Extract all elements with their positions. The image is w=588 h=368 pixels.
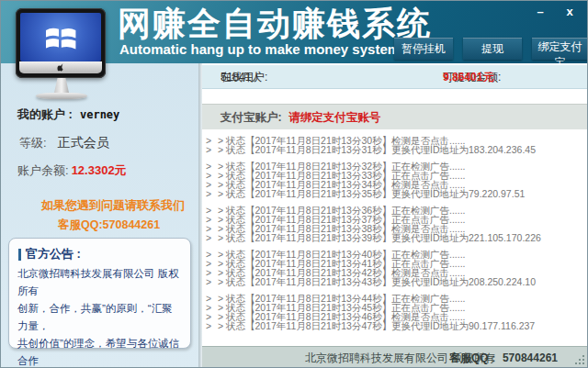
log-list: > >状态【2017年11月8日21时13分30秒】检测是否点击......> … (202, 136, 588, 330)
account-label: 我的账户 : (17, 107, 73, 121)
official-notice-panel: 官方公告 : 北京微招聘科技发展有限公司 版权所有 创新，合作，共赢”的原则，“… (8, 238, 191, 349)
log-row: > >状态【2017年11月8日21时13分43秒】更换代理ID地址为208.2… (202, 277, 588, 286)
level-value: 正式会员 (58, 135, 109, 150)
withdrawable-value: 9.86401元 (443, 65, 493, 89)
app-title: 网赚全自动赚钱系统 (118, 2, 432, 47)
withdraw-button[interactable]: 提现 (463, 38, 522, 60)
balance-value: 12.3302元 (72, 163, 127, 177)
log-row: > >状态【2017年11月8日21时13分39秒】更换代理ID地址为221.1… (202, 233, 588, 242)
minimize-button[interactable]: – (530, 4, 550, 20)
app-window: 网赚全自动赚钱系统 Automatic hang up to make mone… (0, 0, 588, 368)
notice-body: 北京微招聘科技发展有限公司 版权所有 创新，合作，共赢”的原则，“汇聚力量， 共… (9, 265, 190, 368)
apple-logo-icon (19, 61, 102, 73)
imac-stand (54, 78, 69, 93)
level-row: 等级:正式会员 (19, 135, 109, 151)
footer-bar: 北京微招聘科技发展有限公司 版权所有 客服QQ： 570844261 (202, 346, 588, 368)
account-username: verney (80, 108, 119, 121)
alipay-account-label: 支付宝账户: (220, 111, 282, 124)
imac-frame (16, 8, 106, 78)
log-row: > >状态【2017年11月8日21时13分47秒】更换代理ID地址为90.17… (202, 321, 588, 330)
bind-alipay-button[interactable]: 绑定支付宝 (532, 38, 588, 60)
service-qq: 客服QQ:570844261 (58, 217, 160, 233)
footer-service-qq: 客服QQ： 570844261 (449, 347, 558, 368)
imac-base (36, 93, 87, 99)
notice-title-text: 官方公告 : (26, 246, 81, 262)
app-subtitle: Automatic hang up to make money system (119, 41, 400, 57)
log-row: > >状态【2017年11月8日21时13分31秒】更换代理ID地址为183.2… (202, 145, 588, 154)
stats-bar: 在线用户:51841人 可提现金额: 9.86401元 (202, 65, 588, 89)
alipay-bind-link[interactable]: 请绑定支付宝账号 (288, 111, 380, 124)
resize-grip[interactable] (575, 355, 584, 364)
level-label: 等级: (19, 136, 47, 150)
windows-logo-icon (20, 13, 101, 61)
balance-row: 账户余额:12.3302元 (17, 162, 127, 179)
online-users-value: 51841人 (220, 65, 262, 89)
balance-label: 账户余额: (17, 163, 69, 177)
contact-message: 如果您遇到问题请联系我们 (41, 197, 185, 214)
account-row: 我的账户 :verney (17, 106, 119, 123)
notice-title-accent (18, 249, 21, 261)
log-row: > >状态【2017年11月8日21时13分35秒】更换代理ID地址为79.22… (202, 189, 588, 198)
sidebar: 我的账户 :verney 等级:正式会员 账户余额:12.3302元 如果您遇到… (1, 63, 198, 368)
close-button[interactable]: x (560, 4, 580, 20)
alipay-bar: 支付宝账户: 请绑定支付宝账号 (202, 104, 588, 129)
pause-hangup-button[interactable]: 暂停挂机 (394, 38, 453, 60)
notice-title: 官方公告 : (18, 246, 181, 262)
imac-logo (16, 8, 107, 99)
